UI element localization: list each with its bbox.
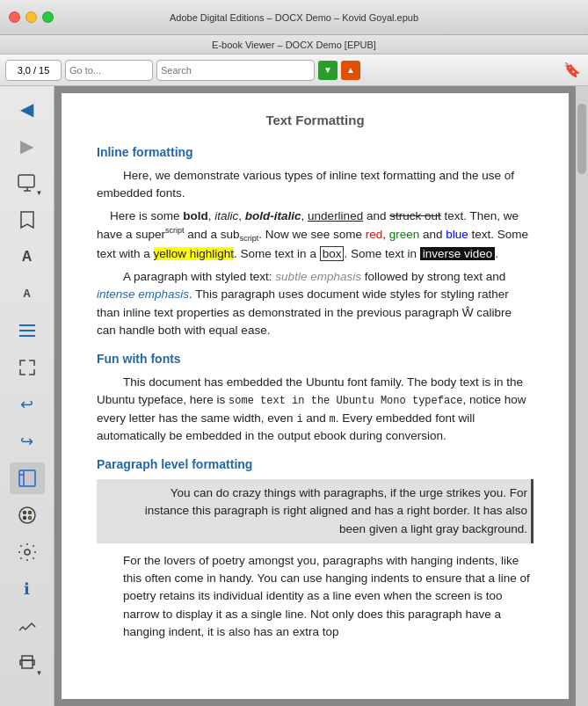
search-next-button[interactable]: ▼ — [318, 61, 338, 80]
scrollbar[interactable] — [576, 86, 588, 706]
body-paragraph-4: This document has embedded the Ubuntu fo… — [97, 374, 534, 445]
svg-point-9 — [28, 512, 31, 514]
content-area: Text Formatting Inline formatting Here, … — [54, 86, 588, 706]
scrollbar-thumb[interactable] — [577, 104, 586, 174]
yellow-highlight-span: yellow highlight — [154, 247, 235, 260]
right-aligned-paragraph: You can do crazy things with paragraphs,… — [97, 479, 534, 543]
svg-rect-4 — [19, 470, 35, 486]
palette-button[interactable] — [10, 499, 45, 531]
book-title: Text Formatting — [97, 111, 534, 131]
body-paragraph-2: Here is some bold, italic, bold-italic, … — [97, 207, 534, 263]
svg-rect-0 — [18, 175, 34, 187]
reading-panel-button[interactable] — [10, 462, 45, 494]
svg-point-12 — [25, 550, 30, 555]
body-paragraph-1: Here, we demonstrate various types of in… — [97, 167, 534, 203]
section-heading-inline: Inline formatting — [97, 143, 534, 162]
svg-point-8 — [23, 512, 25, 514]
subscript-span: script — [240, 234, 259, 243]
info-button[interactable]: ℹ — [10, 573, 45, 605]
strikethrough-span: struck out — [389, 209, 441, 222]
bold-italic-span: bold-italic — [245, 209, 301, 222]
window-title: Adobe Digital Editions – DOCX Demo – Kov… — [170, 12, 418, 23]
subtitle-bar: E-book Viewer – DOCX Demo [EPUB] — [0, 35, 588, 55]
mono-text-1: some text in the Ubuntu Mono typeface — [229, 395, 462, 407]
body-paragraph-3: A paragraph with styled text: subtle emp… — [97, 268, 534, 339]
goto-input[interactable] — [65, 60, 153, 81]
red-text-span: red — [366, 228, 383, 241]
body-paragraph-5: For the lovers of poetry amongst you, pa… — [97, 552, 534, 641]
subtle-emphasis-span: subtle emphasis — [275, 270, 361, 283]
mono-text-3: m — [330, 413, 336, 426]
title-bar: Adobe Digital Editions – DOCX Demo – Kov… — [0, 0, 588, 35]
traffic-lights — [9, 11, 54, 23]
inverse-video-span: inverse video — [420, 247, 496, 260]
toolbar: ▼ ▲ 🔖 — [0, 55, 588, 86]
bookmark-toggle-button[interactable]: 🔖 — [562, 60, 583, 81]
forward-button[interactable]: ▶ — [10, 130, 45, 162]
intense-emphasis-span: intense emphasis — [97, 287, 189, 301]
superscript-span: script — [165, 226, 185, 235]
italic-span: italic — [214, 209, 238, 222]
svg-point-11 — [28, 517, 31, 520]
history-forward-button[interactable]: ↪ — [10, 426, 45, 457]
page-content[interactable]: Text Formatting Inline formatting Here, … — [62, 93, 569, 699]
fullscreen-button[interactable] — [10, 352, 45, 383]
maximize-button[interactable] — [42, 11, 54, 23]
font-larger-button[interactable]: A — [10, 241, 45, 273]
underlined-span: underlined — [308, 209, 363, 222]
minimize-button[interactable] — [25, 11, 37, 23]
settings-button[interactable] — [10, 536, 45, 568]
screen-button[interactable]: ▼ — [10, 167, 45, 199]
history-back-button[interactable]: ↩ — [10, 389, 45, 420]
bold-span: bold — [183, 209, 208, 222]
tools-button[interactable] — [10, 610, 45, 642]
close-button[interactable] — [9, 11, 20, 23]
section-heading-paragraph: Paragraph level formatting — [97, 455, 534, 474]
print-button[interactable]: ▼ — [10, 647, 45, 679]
sidebar: ◀ ▶ ▼ A A ↩ ↪ ℹ — [0, 86, 54, 706]
mono-text-2: i — [296, 413, 302, 426]
svg-point-7 — [19, 507, 35, 523]
search-prev-button[interactable]: ▲ — [341, 61, 360, 80]
blue-text-span: blue — [446, 228, 468, 241]
bookmarks-button[interactable] — [10, 204, 45, 236]
page-number-input[interactable] — [5, 60, 62, 81]
toc-button[interactable] — [10, 315, 45, 346]
green-text-span: green — [389, 228, 420, 241]
main-layout: ◀ ▶ ▼ A A ↩ ↪ ℹ — [0, 86, 588, 706]
search-input[interactable] — [156, 60, 315, 81]
svg-rect-13 — [22, 660, 33, 668]
back-button[interactable]: ◀ — [10, 93, 45, 125]
boxed-span: box — [320, 246, 345, 261]
section-heading-fonts: Fun with fonts — [97, 350, 534, 368]
font-smaller-button[interactable]: A — [10, 278, 45, 309]
svg-point-10 — [23, 517, 25, 520]
